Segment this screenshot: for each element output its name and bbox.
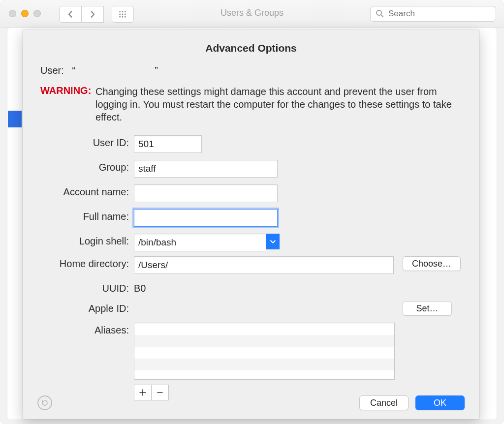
user-quote-close: ” xyxy=(155,65,158,76)
svg-point-8 xyxy=(125,16,126,18)
ok-button[interactable]: OK xyxy=(415,395,465,410)
svg-point-5 xyxy=(125,14,126,15)
input-user-id[interactable] xyxy=(134,135,202,153)
choose-home-directory-button[interactable]: Choose… xyxy=(403,256,461,271)
grid-icon xyxy=(119,10,126,18)
list-item[interactable] xyxy=(134,347,394,359)
sheet-title: Advanced Options xyxy=(37,42,465,54)
chevron-right-icon xyxy=(89,11,96,18)
minimize-window-button[interactable] xyxy=(21,10,29,17)
svg-point-3 xyxy=(119,14,121,15)
svg-point-1 xyxy=(122,11,124,12)
svg-point-2 xyxy=(125,11,126,12)
svg-line-10 xyxy=(381,15,383,17)
row-user-id: User ID: xyxy=(37,135,465,153)
help-button[interactable] xyxy=(37,395,52,410)
label-apple-id: Apple ID: xyxy=(37,301,134,314)
svg-point-6 xyxy=(119,16,121,18)
row-uuid: UUID: B0 xyxy=(37,281,465,294)
input-home-directory[interactable] xyxy=(134,256,394,274)
back-button[interactable] xyxy=(59,6,82,23)
svg-point-4 xyxy=(122,14,124,15)
sheet-footer: Cancel OK xyxy=(37,395,465,410)
set-apple-id-button[interactable]: Set… xyxy=(403,301,452,316)
row-full-name: Full name: xyxy=(37,209,465,227)
row-group: Group: xyxy=(37,160,465,178)
search-icon xyxy=(376,9,383,19)
row-account-name: Account name: xyxy=(37,184,465,202)
user-line: User: “ ” xyxy=(40,65,465,76)
label-aliases: Aliases: xyxy=(37,323,134,336)
list-item[interactable] xyxy=(134,335,394,347)
label-home-directory: Home directory: xyxy=(37,256,134,270)
input-account-name[interactable] xyxy=(134,184,278,202)
restore-icon xyxy=(41,399,48,406)
sidebar-selection-indicator xyxy=(8,111,22,127)
value-uuid: B0 xyxy=(134,281,146,294)
row-login-shell: Login shell: xyxy=(37,234,465,249)
input-full-name[interactable] xyxy=(134,209,278,227)
user-quote-open: “ xyxy=(72,65,75,76)
system-preferences-window: Users & Groups Advanced Options User: “ … xyxy=(0,0,504,424)
warning-block: WARNING: Changing these settings might d… xyxy=(40,85,465,123)
forward-button[interactable] xyxy=(82,6,104,23)
search-input[interactable] xyxy=(387,8,494,19)
advanced-options-sheet: Advanced Options User: “ ” WARNING: Chan… xyxy=(23,30,479,419)
plus-icon xyxy=(139,389,146,396)
row-home-directory: Home directory: Choose… xyxy=(37,256,465,274)
user-label: User: xyxy=(40,65,64,76)
list-item[interactable] xyxy=(134,323,394,335)
chevron-left-icon xyxy=(67,11,74,18)
label-user-id: User ID: xyxy=(37,135,134,149)
warning-text: Changing these settings might damage thi… xyxy=(95,85,465,123)
input-login-shell[interactable] xyxy=(134,234,266,251)
combo-login-shell[interactable] xyxy=(134,234,280,249)
label-full-name: Full name: xyxy=(37,209,134,222)
label-account-name: Account name: xyxy=(37,184,134,198)
maximize-window-button[interactable] xyxy=(33,10,41,17)
label-uuid: UUID: xyxy=(37,281,134,294)
titlebar: Users & Groups xyxy=(0,0,504,28)
show-all-button[interactable] xyxy=(112,6,134,23)
aliases-list[interactable] xyxy=(134,323,395,380)
svg-point-7 xyxy=(122,16,124,18)
cancel-button[interactable]: Cancel xyxy=(359,395,409,410)
list-item[interactable] xyxy=(134,359,394,370)
navigation-buttons xyxy=(59,6,134,23)
input-group[interactable] xyxy=(134,160,278,178)
row-aliases: Aliases: xyxy=(37,323,465,400)
minus-icon xyxy=(157,389,163,396)
label-login-shell: Login shell: xyxy=(37,234,134,247)
label-group: Group: xyxy=(37,160,134,173)
search-field[interactable] xyxy=(370,6,496,22)
warning-label: WARNING: xyxy=(40,85,95,123)
svg-point-0 xyxy=(119,11,121,12)
row-apple-id: Apple ID: Set… xyxy=(37,301,465,316)
login-shell-dropdown-button[interactable] xyxy=(266,234,280,249)
close-window-button[interactable] xyxy=(9,10,16,17)
chevron-down-icon xyxy=(270,239,276,244)
traffic-lights xyxy=(9,10,41,17)
